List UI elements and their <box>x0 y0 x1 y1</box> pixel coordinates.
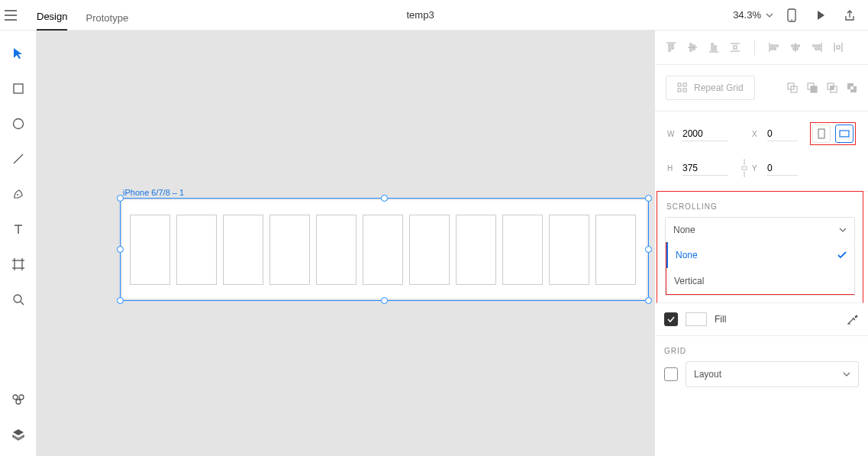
align-right-icon[interactable] <box>812 42 822 53</box>
artboard-label[interactable]: iPhone 6/7/8 – 1 <box>123 188 184 197</box>
repeat-grid-cell[interactable] <box>409 215 450 285</box>
tab-prototype[interactable]: Prototype <box>86 3 128 31</box>
svg-rect-60 <box>850 86 853 89</box>
repeat-grid-cell[interactable] <box>176 215 217 285</box>
repeat-grid-cell[interactable] <box>502 215 543 285</box>
assets-button[interactable] <box>11 392 26 407</box>
align-vertical-group <box>666 42 741 53</box>
tool-rail <box>0 31 37 456</box>
scrolling-dropdown[interactable]: None None Vertical <box>665 217 855 243</box>
select-tool[interactable] <box>11 46 26 61</box>
play-button[interactable] <box>810 5 831 26</box>
svg-point-8 <box>17 194 18 196</box>
repeat-grid-cell[interactable] <box>316 215 357 285</box>
align-center-icon[interactable] <box>790 42 801 53</box>
align-middle-icon[interactable] <box>687 42 698 53</box>
eyedropper-icon[interactable] <box>847 313 859 325</box>
svg-rect-61 <box>818 129 824 138</box>
y-label: Y <box>752 164 761 173</box>
boolean-ops-group <box>787 82 857 93</box>
repeat-grid-cell[interactable] <box>130 215 170 285</box>
align-horizontal-group <box>769 42 844 53</box>
svg-rect-37 <box>771 48 776 50</box>
layers-button[interactable] <box>11 427 26 442</box>
canvas[interactable]: iPhone 6/7/8 – 1 <box>37 31 654 456</box>
line-tool[interactable] <box>11 151 26 167</box>
device-preview-button[interactable] <box>781 5 802 26</box>
svg-rect-54 <box>811 86 817 92</box>
orientation-group <box>810 122 856 145</box>
repeat-grid-cell[interactable] <box>595 215 636 285</box>
svg-rect-43 <box>815 48 820 50</box>
y-input[interactable] <box>767 161 798 176</box>
distribute-vertical-icon[interactable] <box>730 42 741 53</box>
landscape-button[interactable] <box>835 125 853 143</box>
align-top-icon[interactable] <box>666 42 676 53</box>
distribute-horizontal-icon[interactable] <box>833 42 844 53</box>
repeat-grid-cell[interactable] <box>363 215 403 285</box>
x-field[interactable]: X <box>752 127 798 141</box>
scrolling-option-none[interactable]: None <box>666 242 854 268</box>
repeat-grid-cell[interactable] <box>269 215 310 285</box>
grid-section-title: GRID <box>664 336 859 361</box>
document-title: temp3 <box>128 9 712 21</box>
width-input[interactable] <box>682 127 728 141</box>
share-button[interactable] <box>839 5 860 26</box>
subtract-icon[interactable] <box>807 82 818 93</box>
scrolling-option-vertical[interactable]: Vertical <box>666 268 854 294</box>
svg-rect-5 <box>14 84 23 93</box>
svg-rect-42 <box>813 45 820 47</box>
artboard-tool[interactable] <box>11 257 26 272</box>
repeat-grid-cell[interactable] <box>456 215 496 285</box>
lock-aspect-icon[interactable] <box>741 159 748 177</box>
align-left-icon[interactable] <box>769 42 779 53</box>
repeat-grid-button[interactable]: Repeat Grid <box>666 76 755 100</box>
rectangle-tool[interactable] <box>11 81 26 96</box>
text-tool[interactable] <box>11 222 26 237</box>
grid-layout-label: Layout <box>694 369 721 380</box>
scrolling-option-label: Vertical <box>674 276 704 286</box>
property-panel: Repeat Grid W X <box>654 31 868 456</box>
svg-line-7 <box>14 154 23 163</box>
fill-color-swatch[interactable] <box>686 312 707 326</box>
zoom-tool[interactable] <box>11 292 26 307</box>
svg-rect-9 <box>15 260 22 268</box>
svg-point-4 <box>791 19 792 21</box>
exclude-icon[interactable] <box>847 82 857 93</box>
height-input[interactable] <box>682 161 728 176</box>
svg-rect-36 <box>771 45 778 47</box>
repeat-grid-cell[interactable] <box>549 215 589 285</box>
grid-enabled-checkbox[interactable] <box>664 367 678 381</box>
height-label: H <box>667 164 676 173</box>
svg-rect-48 <box>683 83 686 86</box>
scrolling-option-label: None <box>676 250 698 260</box>
x-input[interactable] <box>767 127 798 141</box>
svg-rect-62 <box>840 131 849 137</box>
intersect-icon[interactable] <box>827 82 837 93</box>
union-icon[interactable] <box>787 82 798 93</box>
svg-rect-47 <box>678 83 681 86</box>
zoom-select[interactable]: 34.3% <box>712 9 773 21</box>
width-field[interactable]: W <box>667 127 737 141</box>
grid-layout-select[interactable]: Layout <box>686 361 859 387</box>
portrait-button[interactable] <box>812 125 831 143</box>
svg-rect-24 <box>669 44 670 51</box>
chevron-down-icon <box>843 372 850 377</box>
svg-point-20 <box>13 395 18 399</box>
scrolling-selected: None <box>673 225 695 235</box>
height-field[interactable]: H <box>667 161 737 176</box>
main-menu-button[interactable] <box>0 5 21 26</box>
y-field[interactable]: Y <box>752 161 856 176</box>
ellipse-tool[interactable] <box>11 116 26 131</box>
align-bottom-icon[interactable] <box>708 42 719 53</box>
repeat-grid-cell[interactable] <box>223 215 263 285</box>
check-icon <box>837 251 847 259</box>
fill-enabled-checkbox[interactable] <box>664 312 678 326</box>
svg-point-21 <box>19 395 24 399</box>
svg-rect-34 <box>734 46 737 49</box>
pen-tool[interactable] <box>11 186 26 202</box>
scrolling-dropdown-list: None Vertical <box>665 242 855 296</box>
tab-design[interactable]: Design <box>37 2 67 31</box>
repeat-grid-label: Repeat Grid <box>694 82 744 93</box>
svg-rect-57 <box>831 86 834 89</box>
